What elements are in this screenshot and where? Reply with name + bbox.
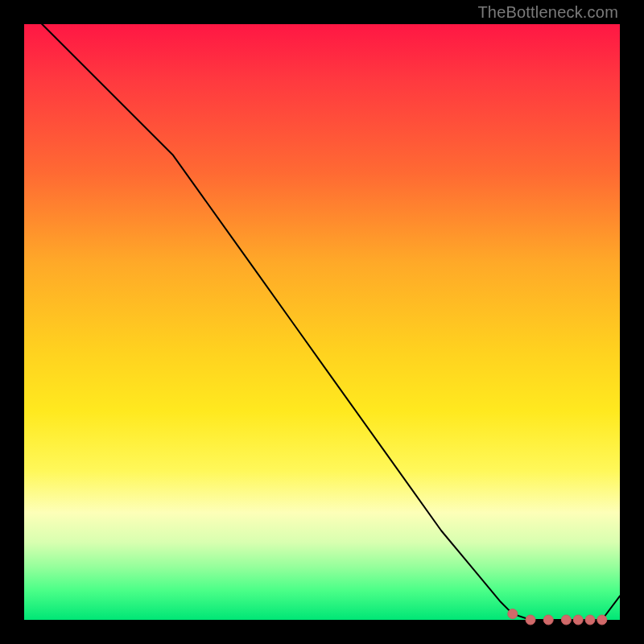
highlight-marker: [561, 615, 571, 625]
highlight-marker: [585, 615, 595, 625]
main-curve-line: [24, 6, 620, 620]
watermark-text: TheBottleneck.com: [477, 3, 618, 22]
highlight-marker: [543, 615, 553, 625]
chart-frame: TheBottleneck.com: [0, 0, 644, 644]
chart-overlay: [24, 24, 620, 620]
highlight-marker: [508, 609, 518, 619]
highlight-marker: [526, 615, 535, 625]
highlight-marker: [573, 615, 583, 625]
highlight-marker: [597, 615, 607, 625]
